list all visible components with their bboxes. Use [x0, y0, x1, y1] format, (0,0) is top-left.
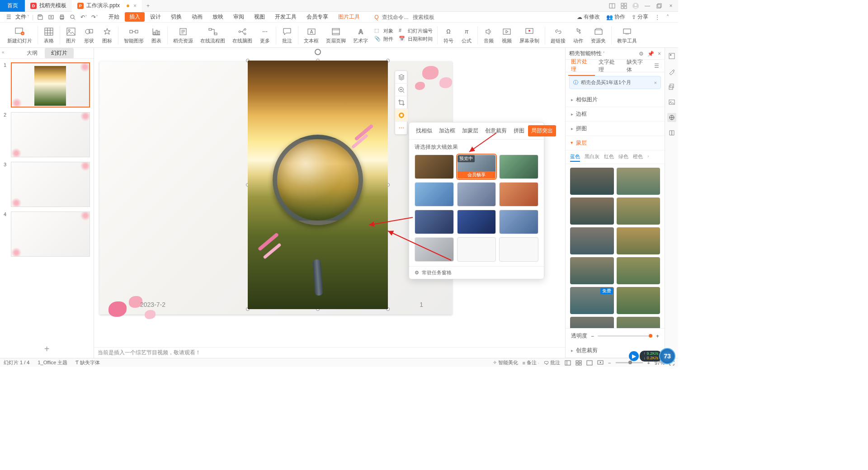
effect-item[interactable] [499, 182, 538, 207]
audio-button[interactable]: 音频 [480, 26, 498, 44]
popup-tab-collage[interactable]: 拼图 [510, 125, 528, 136]
screenrec-button[interactable]: 屏幕录制 [516, 26, 543, 44]
menu-icon[interactable]: ☰ [5, 13, 13, 21]
filter-item[interactable] [570, 168, 614, 195]
command-search-input[interactable] [382, 14, 409, 20]
slider-thumb[interactable] [649, 334, 652, 338]
popup-tab-overlay[interactable]: 加蒙层 [459, 125, 481, 136]
section-border[interactable]: ▸边框 [566, 107, 665, 122]
undo-button[interactable]: ↶ ˅ [80, 13, 88, 21]
strip-photo-icon[interactable] [667, 98, 676, 107]
canvas-scroll[interactable]: 2023-7-2 1 [94, 48, 565, 347]
table-button[interactable]: 表格 [40, 26, 58, 44]
minimize-button[interactable]: — [644, 2, 651, 9]
strip-layers-icon[interactable] [667, 82, 676, 91]
rotate-handle[interactable] [315, 49, 321, 55]
popup-nav-next[interactable]: › [539, 128, 541, 134]
filter-item[interactable] [617, 227, 660, 254]
tab-home[interactable]: 首页 [0, 0, 25, 12]
layout-icon[interactable] [609, 2, 616, 9]
close-icon[interactable]: × [658, 51, 661, 57]
slidenum-button[interactable]: #幻灯片编号 [399, 28, 433, 35]
tab-close-button[interactable]: × [133, 3, 137, 9]
effect-item[interactable] [457, 237, 496, 262]
filter-item[interactable] [617, 168, 660, 195]
strip-book-icon[interactable] [667, 128, 676, 137]
color-more[interactable]: › [647, 152, 649, 162]
save-icon[interactable] [36, 13, 44, 21]
print-icon[interactable] [58, 13, 66, 21]
filter-item[interactable] [570, 197, 614, 225]
close-button[interactable]: × [667, 2, 675, 9]
collapse-icon[interactable]: ˄ [666, 14, 669, 20]
effect-item[interactable] [457, 182, 496, 207]
avatar-icon[interactable] [632, 2, 639, 9]
comments-button[interactable]: 🗨批注 [544, 359, 560, 366]
rtab-review[interactable]: 审阅 [229, 12, 249, 22]
popup-tab-border[interactable]: 加边框 [436, 125, 458, 136]
filter-item[interactable] [617, 197, 660, 225]
layers-icon[interactable] [395, 71, 408, 84]
effect-item[interactable] [415, 155, 454, 179]
smartart-button[interactable]: 智能图形 [120, 26, 147, 44]
more-button[interactable]: ⋯更多 [256, 26, 274, 44]
counter-badge[interactable]: 73 [659, 348, 675, 364]
resource-button[interactable]: 资源夹 [587, 26, 609, 44]
rtab-design[interactable]: 设计 [146, 12, 165, 22]
filter-item[interactable] [617, 257, 660, 284]
effect-item[interactable] [499, 210, 538, 234]
effect-item[interactable] [415, 237, 454, 262]
view-normal-icon[interactable] [565, 360, 571, 366]
effect-item[interactable] [457, 210, 496, 234]
strip-effects-icon[interactable] [667, 113, 676, 122]
rtab-picture-tools[interactable]: 图片工具 [334, 12, 364, 22]
file-menu[interactable]: 文件 ˅ [15, 13, 29, 21]
modified-status[interactable]: ☁有修改 [577, 13, 600, 21]
rtab-dev[interactable]: 开发工具 [270, 12, 301, 22]
icon-button[interactable]: 图标 [98, 26, 116, 44]
opacity-slider[interactable] [598, 335, 652, 337]
view-sorter-icon[interactable] [576, 360, 582, 366]
wordart-button[interactable]: A艺术字 [349, 26, 372, 44]
filter-item[interactable] [617, 287, 660, 314]
slides-tab[interactable]: 幻灯片 [45, 48, 74, 58]
color-red[interactable]: 红色 [604, 152, 614, 162]
rtab-animation[interactable]: 动画 [187, 12, 207, 22]
object-button[interactable]: ⬚对象 [374, 28, 393, 35]
color-bw[interactable]: 黑白灰 [585, 152, 599, 162]
effect-item[interactable] [499, 237, 538, 262]
more-options-icon[interactable]: ⋯ [395, 122, 408, 134]
beautify-button[interactable]: ✧智能美化 [493, 359, 518, 366]
attach-button[interactable]: 📎附件 [374, 36, 393, 43]
notice-close-icon[interactable]: × [654, 80, 657, 85]
popup-tab-similar[interactable]: 找相似 [413, 125, 435, 136]
effect-item[interactable] [415, 182, 454, 207]
zoom-out-button[interactable]: − [608, 360, 611, 366]
color-orange[interactable]: 橙色 [633, 152, 643, 162]
redo-button[interactable]: ↷ ˅ [90, 13, 99, 21]
crop-icon[interactable] [395, 96, 408, 109]
filter-item[interactable] [570, 317, 614, 328]
preview-icon[interactable] [69, 13, 77, 21]
notes-button[interactable]: ≡备注 · [523, 359, 539, 366]
notes-bar[interactable]: 当前是插入一个综艺节目视频，敬请观看！ [94, 347, 565, 358]
panel-collapse-icon[interactable]: « [2, 50, 5, 55]
minus-icon[interactable]: − [591, 333, 594, 339]
picture-button[interactable]: 图片 [62, 26, 80, 44]
popup-tab-crop[interactable]: 创意裁剪 [482, 125, 510, 136]
flowchart-button[interactable]: 在线流程图 [197, 26, 229, 44]
share-button[interactable]: ⇪分享 [632, 13, 648, 21]
header-footer-button[interactable]: 页眉页脚 [322, 26, 349, 44]
popup-tab-highlight[interactable]: 局部突出 [528, 125, 556, 136]
play-button[interactable]: ▶ [629, 351, 639, 361]
gear-icon[interactable]: ⚙ [639, 51, 644, 57]
rp-tab-fonts[interactable]: 缺失字体 [624, 56, 651, 75]
docer-button[interactable]: 稻壳资源 [170, 26, 197, 44]
section-overlay[interactable]: ▸蒙层 [566, 136, 665, 150]
textbox-button[interactable]: A文本框 [300, 26, 322, 44]
slide-thumb-3[interactable] [11, 162, 90, 207]
filter-item[interactable] [617, 317, 660, 328]
shape-button[interactable]: 形状 [80, 26, 98, 44]
color-blue[interactable]: 蓝色 [570, 152, 580, 162]
rtab-insert[interactable]: 插入 [125, 12, 145, 22]
